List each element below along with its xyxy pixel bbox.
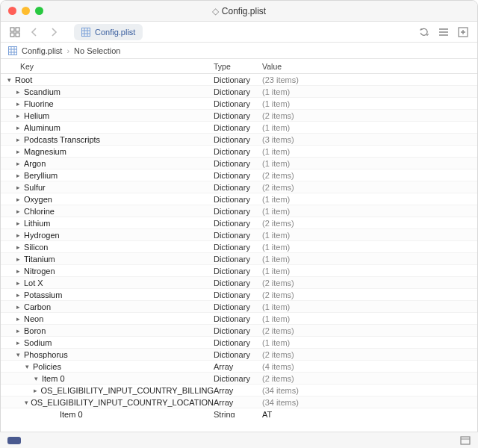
zoom-window-button[interactable] bbox=[35, 7, 43, 15]
list-view-icon[interactable] bbox=[435, 25, 452, 40]
disclosure-open-icon[interactable]: ▾ bbox=[24, 399, 28, 406]
disclosure-closed-icon[interactable]: ▸ bbox=[14, 327, 22, 335]
disclosure-closed-icon[interactable]: ▸ bbox=[14, 243, 22, 251]
table-row[interactable]: ▸FluorineDictionary(1 item) bbox=[1, 98, 477, 110]
table-row[interactable]: ▾Item 0Dictionary(2 items) bbox=[1, 373, 477, 385]
filter-icon[interactable] bbox=[460, 436, 471, 445]
table-row[interactable]: ▾PoliciesArray(4 items) bbox=[1, 361, 477, 373]
table-row[interactable]: ▸ArgonDictionary(1 item) bbox=[1, 158, 477, 169]
refresh-icon[interactable] bbox=[416, 25, 432, 40]
disclosure-closed-icon[interactable]: ▸ bbox=[14, 339, 22, 346]
row-type: Dictionary bbox=[214, 219, 262, 228]
disclosure-closed-icon[interactable]: ▸ bbox=[14, 208, 22, 215]
disclosure-closed-icon[interactable]: ▸ bbox=[14, 184, 22, 191]
row-key: Phosphorus bbox=[24, 350, 68, 359]
disclosure-closed-icon[interactable]: ▸ bbox=[14, 231, 22, 239]
disclosure-closed-icon[interactable]: ▸ bbox=[14, 148, 22, 155]
column-header-type[interactable]: Type bbox=[214, 62, 262, 71]
row-type: Dictionary bbox=[214, 290, 262, 299]
row-key: Aluminum bbox=[24, 123, 60, 132]
table-row[interactable]: ▸OS_ELIGIBILITY_INPUT_COUNTRY_BILLINGArr… bbox=[1, 385, 477, 396]
table-row[interactable]: ▸LithiumDictionary(2 items) bbox=[1, 217, 477, 229]
table-row[interactable]: ▾RootDictionary(23 items) bbox=[1, 74, 477, 86]
disclosure-open-icon[interactable]: ▾ bbox=[14, 351, 22, 358]
disclosure-open-icon[interactable]: ▾ bbox=[5, 76, 13, 84]
nav-back-button[interactable] bbox=[26, 25, 43, 40]
tab-label: Config.plist bbox=[95, 28, 135, 37]
row-value: (2 items) bbox=[262, 374, 477, 383]
column-header-value[interactable]: Value bbox=[262, 62, 477, 71]
table-row[interactable]: ▸ChlorineDictionary(1 item) bbox=[1, 205, 477, 217]
table-row[interactable]: ▸HeliumDictionary(2 items) bbox=[1, 110, 477, 122]
disclosure-closed-icon[interactable]: ▸ bbox=[14, 291, 22, 299]
close-window-button[interactable] bbox=[8, 7, 16, 15]
disclosure-closed-icon[interactable]: ▸ bbox=[14, 100, 22, 108]
disclosure-closed-icon[interactable]: ▸ bbox=[14, 172, 22, 179]
row-type: Dictionary bbox=[214, 243, 262, 252]
disclosure-closed-icon[interactable]: ▸ bbox=[14, 160, 22, 167]
disclosure-closed-icon[interactable]: ▸ bbox=[14, 124, 22, 131]
column-header-key[interactable]: Key bbox=[1, 62, 214, 71]
disclosure-closed-icon[interactable]: ▸ bbox=[14, 112, 22, 119]
table-row[interactable]: ▸MagnesiumDictionary(1 item) bbox=[1, 146, 477, 158]
table-row[interactable]: ▸NitrogenDictionary(1 item) bbox=[1, 265, 477, 277]
row-value: (1 item) bbox=[262, 195, 477, 204]
disclosure-closed-icon[interactable]: ▸ bbox=[14, 315, 22, 323]
disclosure-open-icon[interactable]: ▾ bbox=[32, 375, 40, 382]
row-value: (1 item) bbox=[262, 99, 477, 108]
breadcrumb-file[interactable]: Config.plist bbox=[22, 46, 62, 55]
window-title-text: Config.plist bbox=[222, 6, 266, 16]
table-row[interactable]: ▸AluminumDictionary(1 item) bbox=[1, 122, 477, 134]
table-row[interactable]: ▸SulfurDictionary(2 items) bbox=[1, 181, 477, 193]
grid-icon bbox=[8, 46, 17, 55]
add-panel-icon[interactable] bbox=[455, 25, 471, 40]
row-type: Dictionary bbox=[214, 374, 262, 383]
row-value: (1 item) bbox=[262, 302, 477, 311]
table-row[interactable]: ▸OxygenDictionary(1 item) bbox=[1, 193, 477, 205]
disclosure-closed-icon[interactable]: ▸ bbox=[14, 267, 22, 275]
disclosure-closed-icon[interactable]: ▸ bbox=[14, 196, 22, 203]
disclosure-closed-icon[interactable]: ▸ bbox=[14, 136, 22, 143]
status-pill-icon bbox=[7, 437, 21, 444]
table-row[interactable]: ▸TitaniumDictionary(1 item) bbox=[1, 253, 477, 265]
row-value: (1 item) bbox=[262, 338, 477, 347]
row-value: (1 item) bbox=[262, 231, 477, 240]
table-row[interactable]: ▸Lot XDictionary(2 items) bbox=[1, 277, 477, 289]
dirty-indicator-icon: ◇ bbox=[212, 6, 219, 16]
status-bar bbox=[0, 432, 478, 448]
row-value: (1 item) bbox=[262, 87, 477, 96]
table-row[interactable]: ▸SiliconDictionary(1 item) bbox=[1, 241, 477, 253]
disclosure-closed-icon[interactable]: ▸ bbox=[14, 220, 22, 227]
table-row[interactable]: ▾PhosphorusDictionary(2 items) bbox=[1, 349, 477, 361]
table-row[interactable]: ▸PotassiumDictionary(2 items) bbox=[1, 289, 477, 301]
row-key: Hydrogen bbox=[24, 231, 60, 240]
row-value: (34 items) bbox=[262, 386, 477, 395]
disclosure-closed-icon[interactable]: ▸ bbox=[33, 387, 39, 394]
table-row[interactable]: ▸CarbonDictionary(1 item) bbox=[1, 301, 477, 313]
minimize-window-button[interactable] bbox=[22, 7, 30, 15]
row-key: Scandium bbox=[24, 87, 60, 96]
table-row[interactable]: ▸NeonDictionary(1 item) bbox=[1, 313, 477, 325]
table-row[interactable]: ▸HydrogenDictionary(1 item) bbox=[1, 229, 477, 241]
disclosure-closed-icon[interactable]: ▸ bbox=[14, 279, 22, 287]
svg-rect-1 bbox=[16, 28, 19, 31]
table-row[interactable]: ▸SodiumDictionary(1 item) bbox=[1, 337, 477, 349]
nav-forward-button[interactable] bbox=[46, 25, 62, 40]
row-key: Boron bbox=[24, 326, 46, 335]
table-row[interactable]: ▾OS_ELIGIBILITY_INPUT_COUNTRY_LOCATIONAr… bbox=[1, 396, 477, 408]
table-row[interactable]: ▸Podcasts TranscriptsDictionary(3 items) bbox=[1, 134, 477, 146]
row-key: Argon bbox=[24, 159, 46, 168]
table-row[interactable]: ▸BoronDictionary(2 items) bbox=[1, 325, 477, 337]
row-value: (2 items) bbox=[262, 290, 477, 299]
table-row[interactable]: Item 0StringAT bbox=[1, 408, 477, 417]
disclosure-closed-icon[interactable]: ▸ bbox=[14, 303, 22, 311]
document-tab[interactable]: Config.plist bbox=[74, 24, 143, 40]
related-items-icon[interactable] bbox=[7, 25, 23, 40]
disclosure-closed-icon[interactable]: ▸ bbox=[14, 255, 22, 263]
table-row[interactable]: ▸BerylliumDictionary(2 items) bbox=[1, 169, 477, 181]
disclosure-open-icon[interactable]: ▾ bbox=[23, 363, 31, 370]
row-value: (2 items) bbox=[262, 326, 477, 335]
disclosure-closed-icon[interactable]: ▸ bbox=[14, 88, 22, 96]
table-row[interactable]: ▸ScandiumDictionary(1 item) bbox=[1, 86, 477, 98]
row-key: Item 0 bbox=[60, 410, 83, 418]
